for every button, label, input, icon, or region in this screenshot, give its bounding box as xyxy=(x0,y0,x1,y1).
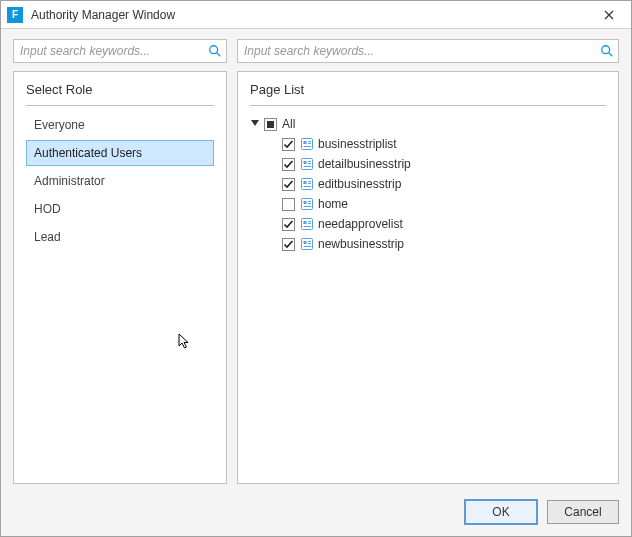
svg-rect-10 xyxy=(304,161,307,164)
close-button[interactable] xyxy=(593,4,625,26)
checkbox[interactable] xyxy=(282,238,295,251)
tree-item[interactable]: home xyxy=(282,194,606,214)
page-icon xyxy=(300,237,314,251)
tree-collapse-icon[interactable] xyxy=(250,119,260,129)
role-search-box xyxy=(13,39,227,63)
titlebar: F Authority Manager Window xyxy=(1,1,631,29)
tree-item[interactable]: needapprovelist xyxy=(282,214,606,234)
ok-button[interactable]: OK xyxy=(465,500,537,524)
svg-line-1 xyxy=(217,53,221,57)
app-icon: F xyxy=(7,7,23,23)
role-item[interactable]: Everyone xyxy=(26,112,214,138)
tree-item-label: detailbusinesstrip xyxy=(318,157,411,171)
window-title: Authority Manager Window xyxy=(31,8,593,22)
checkbox[interactable] xyxy=(282,198,295,211)
role-panel: Select Role EveryoneAuthenticated UsersA… xyxy=(13,71,227,484)
checkbox[interactable] xyxy=(282,158,295,171)
svg-point-0 xyxy=(210,46,218,54)
tree-item[interactable]: detailbusinesstrip xyxy=(282,154,606,174)
checkbox[interactable] xyxy=(282,178,295,191)
page-icon xyxy=(300,217,314,231)
page-panel-title: Page List xyxy=(250,82,606,106)
svg-rect-25 xyxy=(304,221,307,224)
search-icon[interactable] xyxy=(208,44,222,58)
search-icon[interactable] xyxy=(600,44,614,58)
checkbox[interactable] xyxy=(282,138,295,151)
authority-manager-window: F Authority Manager Window Select Role E… xyxy=(0,0,632,537)
cancel-button[interactable]: Cancel xyxy=(547,500,619,524)
svg-point-2 xyxy=(602,46,610,54)
svg-line-3 xyxy=(609,53,613,57)
page-icon xyxy=(300,137,314,151)
role-list: EveryoneAuthenticated UsersAdministrator… xyxy=(26,112,214,252)
tree-item[interactable]: editbusinesstrip xyxy=(282,174,606,194)
role-item[interactable]: Lead xyxy=(26,224,214,250)
svg-rect-30 xyxy=(304,241,307,244)
tree-item[interactable]: businesstriplist xyxy=(282,134,606,154)
tree-item[interactable]: newbusinesstrip xyxy=(282,234,606,254)
svg-rect-15 xyxy=(304,181,307,184)
tree-root-row[interactable]: All xyxy=(250,114,606,134)
tree-item-label: needapprovelist xyxy=(318,217,403,231)
role-item[interactable]: Authenticated Users xyxy=(26,140,214,166)
close-icon xyxy=(604,10,614,20)
page-tree: Allbusinesstriplistdetailbusinesstripedi… xyxy=(250,112,606,254)
search-row xyxy=(1,29,631,71)
page-icon xyxy=(300,177,314,191)
page-panel: Page List Allbusinesstriplistdetailbusin… xyxy=(237,71,619,484)
role-panel-title: Select Role xyxy=(26,82,214,106)
role-item[interactable]: Administrator xyxy=(26,168,214,194)
page-search-box xyxy=(237,39,619,63)
tree-item-label: businesstriplist xyxy=(318,137,397,151)
checkbox[interactable] xyxy=(264,118,277,131)
role-item[interactable]: HOD xyxy=(26,196,214,222)
page-icon xyxy=(300,197,314,211)
checkbox[interactable] xyxy=(282,218,295,231)
page-icon xyxy=(300,157,314,171)
tree-item-label: newbusinesstrip xyxy=(318,237,404,251)
tree-children: businesstriplistdetailbusinesstripeditbu… xyxy=(250,134,606,254)
role-search-input[interactable] xyxy=(14,40,226,62)
svg-rect-5 xyxy=(304,141,307,144)
tree-item-label: home xyxy=(318,197,348,211)
page-search-input[interactable] xyxy=(238,40,618,62)
svg-rect-20 xyxy=(304,201,307,204)
tree-root-label: All xyxy=(282,117,295,131)
footer: OK Cancel xyxy=(1,492,631,536)
panels: Select Role EveryoneAuthenticated UsersA… xyxy=(1,71,631,492)
tree-item-label: editbusinesstrip xyxy=(318,177,401,191)
